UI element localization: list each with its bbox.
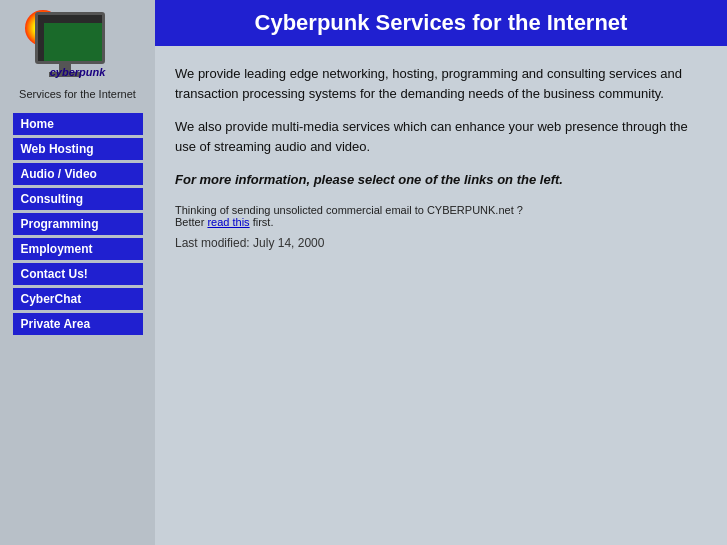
- paragraph-2: We also provide multi-media services whi…: [175, 117, 707, 156]
- sidebar: cyberpunk Services for the Internet Home…: [0, 0, 155, 545]
- logo-screen: [44, 23, 102, 61]
- main-body: We provide leading edge networking, host…: [155, 46, 727, 545]
- last-modified: Last modified: July 14, 2000: [175, 236, 707, 250]
- main-content: Cyberpunk Services for the Internet We p…: [155, 0, 727, 545]
- nav-audio-video[interactable]: Audio / Video: [13, 163, 143, 185]
- logo-image: cyberpunk: [23, 8, 133, 83]
- logo-area: cyberpunk Services for the Internet: [0, 0, 155, 113]
- sidebar-tagline: Services for the Internet: [19, 87, 136, 101]
- page-wrapper: cyberpunk Services for the Internet Home…: [0, 0, 727, 545]
- main-header: Cyberpunk Services for the Internet: [155, 0, 727, 46]
- spam-text-after: Better: [175, 216, 204, 228]
- logo-text-area: cyberpunk: [23, 64, 133, 79]
- spam-link[interactable]: read this: [207, 216, 249, 228]
- logo-inner: cyberpunk: [23, 8, 133, 83]
- nav-contact-us[interactable]: Contact Us!: [13, 263, 143, 285]
- nav-home[interactable]: Home: [13, 113, 143, 135]
- nav-programming[interactable]: Programming: [13, 213, 143, 235]
- logo-text: cyberpunk: [50, 66, 106, 78]
- nav-employment[interactable]: Employment: [13, 238, 143, 260]
- nav-cyberchat[interactable]: CyberChat: [13, 288, 143, 310]
- paragraph-1: We provide leading edge networking, host…: [175, 64, 707, 103]
- spam-text-before: Thinking of sending unsolicted commercia…: [175, 204, 523, 216]
- spam-note: Thinking of sending unsolicted commercia…: [175, 204, 707, 228]
- nav-consulting[interactable]: Consulting: [13, 188, 143, 210]
- paragraph-3: For more information, please select one …: [175, 170, 707, 190]
- nav-private-area[interactable]: Private Area: [13, 313, 143, 335]
- logo-monitor: [35, 12, 105, 64]
- nav-web-hosting[interactable]: Web Hosting: [13, 138, 143, 160]
- spam-text-end: first.: [253, 216, 274, 228]
